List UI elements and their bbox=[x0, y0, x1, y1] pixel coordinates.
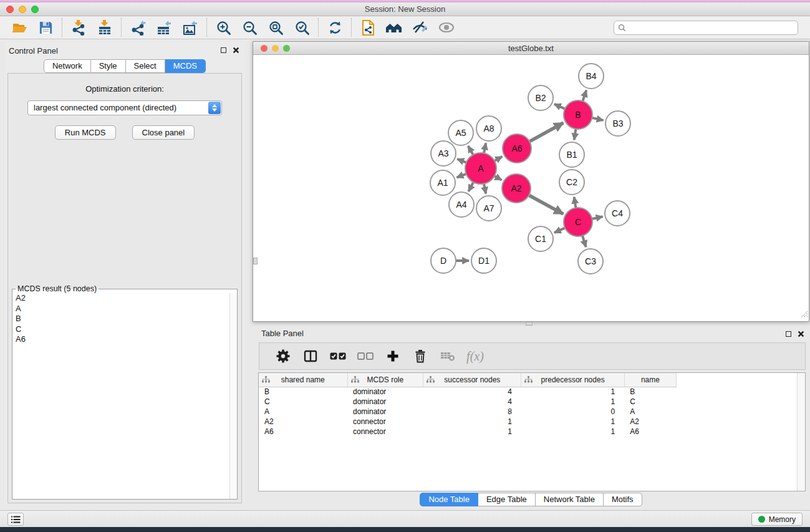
close-window-button[interactable] bbox=[6, 6, 14, 13]
float-table-panel-icon[interactable] bbox=[786, 331, 791, 337]
import-table-button[interactable] bbox=[92, 18, 118, 37]
table-cell[interactable]: A6 bbox=[259, 427, 347, 437]
table-cell[interactable]: A2 bbox=[259, 417, 347, 427]
delete-table-button[interactable] bbox=[434, 346, 461, 367]
table-cell[interactable]: 0 bbox=[521, 407, 624, 417]
network-close-button[interactable] bbox=[261, 45, 268, 52]
show-hide-graphics-button[interactable] bbox=[407, 18, 433, 37]
zoom-window-button[interactable] bbox=[31, 6, 39, 13]
tab-node-table[interactable]: Node Table bbox=[420, 493, 478, 506]
pane-gripper[interactable] bbox=[253, 258, 258, 264]
column-header-predecessor-nodes[interactable]: predecessor nodes bbox=[521, 373, 624, 387]
edge-C-C4[interactable] bbox=[592, 216, 602, 219]
zoom-fit-button[interactable] bbox=[263, 18, 289, 37]
save-session-button[interactable] bbox=[32, 18, 59, 37]
table-row[interactable]: Bdominator41B bbox=[259, 387, 677, 397]
table-cell[interactable]: 1 bbox=[521, 397, 624, 407]
tab-motifs[interactable]: Motifs bbox=[604, 493, 642, 506]
table-cell[interactable]: dominator bbox=[347, 397, 423, 407]
network-minimize-button[interactable] bbox=[272, 45, 279, 52]
column-header-name[interactable]: name bbox=[624, 373, 676, 387]
close-table-panel-icon[interactable] bbox=[798, 331, 804, 337]
function-builder-button[interactable]: f(x) bbox=[461, 346, 489, 367]
export-table-button[interactable] bbox=[151, 18, 177, 37]
table-cell[interactable]: 1 bbox=[423, 427, 521, 437]
table-cell[interactable]: connector bbox=[347, 417, 423, 427]
add-row-button[interactable] bbox=[379, 346, 407, 367]
table-cell[interactable]: B bbox=[624, 387, 676, 397]
search-input[interactable] bbox=[626, 23, 794, 32]
column-header-successor-nodes[interactable]: successor nodes bbox=[423, 373, 521, 387]
show-columns-button[interactable] bbox=[297, 346, 324, 367]
edge-A-A1[interactable] bbox=[456, 174, 466, 178]
run-mcds-button[interactable]: Run MCDS bbox=[55, 125, 116, 140]
eye-button[interactable] bbox=[433, 18, 460, 37]
task-history-button[interactable] bbox=[7, 513, 24, 526]
tab-edge-table[interactable]: Edge Table bbox=[478, 493, 536, 506]
window-resize-grip[interactable] bbox=[799, 309, 808, 321]
delete-row-button[interactable] bbox=[407, 346, 434, 367]
deselect-all-button[interactable] bbox=[352, 346, 379, 367]
result-list-item[interactable]: C bbox=[13, 324, 229, 335]
table-cell[interactable]: 1 bbox=[521, 417, 624, 427]
table-row[interactable]: Adominator80A bbox=[259, 407, 677, 417]
export-image-button[interactable] bbox=[177, 18, 203, 37]
tab-select[interactable]: Select bbox=[126, 59, 165, 73]
zoom-selected-button[interactable] bbox=[289, 18, 315, 37]
table-settings-button[interactable] bbox=[269, 346, 297, 367]
refresh-button[interactable] bbox=[322, 18, 348, 37]
result-list-item[interactable]: B bbox=[13, 314, 229, 324]
table-cell[interactable]: C bbox=[624, 397, 676, 407]
optimization-criterion-select[interactable]: largest connected component (directed) bbox=[27, 100, 222, 115]
network-zoom-button[interactable] bbox=[283, 45, 290, 52]
edge-A-A7[interactable] bbox=[484, 183, 486, 193]
result-list-scrollbar[interactable] bbox=[229, 293, 237, 499]
table-cell[interactable]: 4 bbox=[423, 387, 521, 397]
search-field[interactable] bbox=[614, 21, 798, 35]
import-network-button[interactable] bbox=[65, 18, 92, 37]
network-document-button[interactable] bbox=[355, 18, 381, 37]
table-cell[interactable]: connector bbox=[347, 427, 423, 437]
table-cell[interactable]: dominator bbox=[347, 387, 423, 397]
table-row[interactable]: A6connector11A6 bbox=[259, 427, 677, 437]
edge-A-A3[interactable] bbox=[457, 159, 466, 163]
result-list-item[interactable]: A bbox=[13, 304, 229, 314]
table-cell[interactable]: A2 bbox=[624, 417, 676, 427]
table-cell[interactable]: 4 bbox=[423, 397, 521, 407]
tab-style[interactable]: Style bbox=[91, 59, 126, 73]
column-header-shared-name[interactable]: shared name bbox=[259, 373, 347, 387]
table-cell[interactable]: A bbox=[259, 407, 347, 417]
network-canvas[interactable]: B4B2BB3A8A5A6A3B1AA1C2A2A4A7C4CC1C3DD1 bbox=[253, 55, 809, 321]
memory-button[interactable]: Memory bbox=[751, 513, 803, 526]
tab-network[interactable]: Network bbox=[44, 59, 91, 73]
open-session-button[interactable] bbox=[6, 18, 32, 37]
tab-network-table[interactable]: Network Table bbox=[536, 493, 604, 506]
edge-B-B3[interactable] bbox=[592, 118, 603, 120]
edge-A6-B[interactable] bbox=[529, 123, 563, 142]
result-list-item[interactable]: A2 bbox=[13, 293, 229, 304]
table-cell[interactable]: dominator bbox=[347, 407, 423, 417]
edge-B-B2[interactable] bbox=[554, 104, 565, 109]
edge-A-A4[interactable] bbox=[468, 182, 473, 191]
edge-B-B1[interactable] bbox=[574, 129, 576, 140]
result-list-item[interactable]: A6 bbox=[13, 334, 229, 345]
table-cell[interactable]: 1 bbox=[521, 427, 624, 437]
table-cell[interactable]: 8 bbox=[423, 407, 521, 417]
export-network-button[interactable] bbox=[125, 18, 151, 37]
float-panel-icon[interactable] bbox=[221, 47, 226, 53]
column-header-mcds-role[interactable]: MCDS role bbox=[347, 373, 423, 387]
table-cell[interactable]: 1 bbox=[423, 417, 521, 427]
edge-A-A6[interactable] bbox=[494, 157, 502, 161]
close-panel-button[interactable]: Close panel bbox=[132, 125, 195, 140]
table-cell[interactable]: A6 bbox=[624, 427, 676, 437]
select-all-button[interactable] bbox=[324, 346, 352, 367]
edge-B-B4[interactable] bbox=[582, 90, 586, 101]
edge-A2-C[interactable] bbox=[529, 195, 563, 214]
table-cell[interactable]: C bbox=[259, 397, 347, 407]
table-cell[interactable]: A bbox=[624, 407, 676, 417]
edge-A-A2[interactable] bbox=[494, 176, 502, 180]
edge-C-C2[interactable] bbox=[574, 197, 576, 208]
tab-mcds[interactable]: MCDS bbox=[165, 59, 206, 73]
edge-A-A5[interactable] bbox=[468, 146, 473, 155]
close-panel-icon[interactable] bbox=[233, 47, 239, 54]
